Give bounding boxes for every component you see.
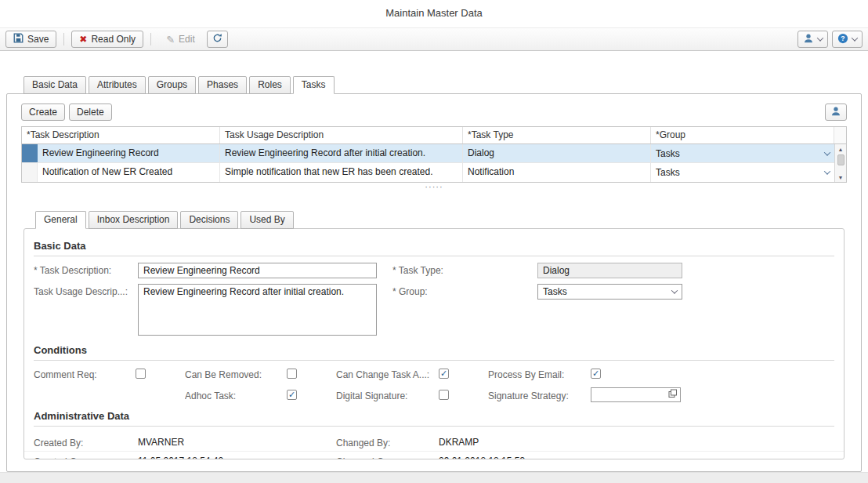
row-selector[interactable] xyxy=(22,163,38,182)
tab-basic-data[interactable]: Basic Data xyxy=(24,76,86,94)
tasks-table: *Task Description Task Usage Description… xyxy=(21,126,847,183)
tab-general[interactable]: General xyxy=(35,211,86,229)
basic-data-form: * Task Description: * Task Type: Task Us… xyxy=(24,263,844,338)
tab-groups[interactable]: Groups xyxy=(148,76,196,94)
value-help-icon[interactable] xyxy=(668,389,678,401)
can-be-removed-checkbox[interactable] xyxy=(287,369,297,379)
save-button[interactable]: Save xyxy=(5,31,56,48)
personalize-button[interactable] xyxy=(825,104,847,121)
cell-task-type[interactable]: Dialog xyxy=(463,144,651,162)
table-row[interactable]: Review Engineering Record Review Enginee… xyxy=(22,144,834,163)
column-header-group[interactable]: *Group xyxy=(651,127,834,143)
can-be-removed-label: Can Be Removed: xyxy=(185,367,287,380)
refresh-button[interactable] xyxy=(207,31,228,48)
toolbar-separator xyxy=(63,33,64,45)
chevron-down-icon xyxy=(817,34,823,41)
edit-button-label: Edit xyxy=(179,34,195,45)
created-on-label: Created On: xyxy=(34,454,138,459)
tab-inbox-description[interactable]: Inbox Description xyxy=(89,211,179,229)
task-usage-label: Task Usage Descrip...: xyxy=(34,284,138,297)
page-title: Maintain Master Data xyxy=(0,0,868,27)
tab-used-by[interactable]: Used By xyxy=(241,211,293,229)
read-only-button[interactable]: ✖ Read Only xyxy=(71,31,143,48)
cell-task-usage-description[interactable]: Review Engineering Record after initial … xyxy=(220,144,463,162)
signature-strategy-input[interactable] xyxy=(591,387,681,402)
comment-req-label: Comment Req: xyxy=(34,367,136,380)
table-row[interactable]: Notification of New ER Created Simple no… xyxy=(22,163,834,182)
cell-group-value: Tasks xyxy=(656,148,680,159)
help-icon: ? xyxy=(837,33,848,46)
edit-button[interactable]: ✎ Edit xyxy=(158,31,203,48)
admin-row-on: Created On: 11.05.2017 18:54:42 Changed … xyxy=(24,452,844,459)
created-on-value: 11.05.2017 18:54:42 xyxy=(138,456,336,460)
group-field-wrap: Tasks xyxy=(537,284,844,300)
cell-task-description[interactable]: Review Engineering Record xyxy=(38,144,220,162)
cell-group-dropdown[interactable]: Tasks xyxy=(651,144,834,162)
scrollbar-track[interactable] xyxy=(835,154,846,172)
group-select[interactable]: Tasks xyxy=(537,284,682,300)
process-by-email-label: Process By Email: xyxy=(488,367,591,380)
chevron-down-icon xyxy=(852,34,858,41)
delete-button[interactable]: Delete xyxy=(69,104,112,121)
task-type-label: * Task Type: xyxy=(392,263,537,276)
tab-decisions[interactable]: Decisions xyxy=(180,211,238,229)
chevron-down-icon xyxy=(824,149,830,155)
table-scrollbar[interactable]: ▲ ▼ xyxy=(834,144,846,182)
main-toolbar: Save ✖ Read Only ✎ Edit xyxy=(0,27,868,51)
section-divider xyxy=(34,256,834,256)
tab-attributes[interactable]: Attributes xyxy=(89,76,146,94)
row-selector[interactable] xyxy=(22,144,38,162)
adhoc-task-checkbox[interactable]: ✓ xyxy=(287,390,297,400)
task-usage-textarea[interactable]: Review Engineering Record after initial … xyxy=(138,284,377,336)
general-form-panel: Basic Data * Task Description: * Task Ty… xyxy=(24,228,844,459)
group-select-value: Tasks xyxy=(543,286,567,297)
save-icon xyxy=(13,33,24,45)
section-title-conditions: Conditions xyxy=(34,344,834,356)
toolbar-right-group: ? xyxy=(797,31,863,48)
main-tab-strip: Basic Data Attributes Groups Phases Role… xyxy=(6,76,862,94)
save-button-label: Save xyxy=(27,34,49,45)
scrollbar-thumb[interactable] xyxy=(837,154,844,165)
column-header-task-usage-description[interactable]: Task Usage Description xyxy=(220,127,463,143)
splitter-handle[interactable]: ····· xyxy=(7,183,861,191)
column-header-task-description[interactable]: *Task Description xyxy=(22,127,220,143)
cell-task-type[interactable]: Notification xyxy=(463,163,651,182)
help-menu-button[interactable]: ? xyxy=(832,31,863,48)
create-button[interactable]: Create xyxy=(21,104,65,121)
digital-signature-checkbox[interactable] xyxy=(439,390,449,400)
tasks-panel: Create Delete *Task Description Task Usa… xyxy=(6,93,862,472)
tab-phases[interactable]: Phases xyxy=(198,76,247,94)
column-header-task-type[interactable]: *Task Type xyxy=(463,127,651,143)
cell-task-usage-description[interactable]: Simple notification that new ER has been… xyxy=(220,163,463,182)
signature-strategy-label: Signature Strategy: xyxy=(488,388,591,401)
task-description-input[interactable] xyxy=(138,263,377,278)
changed-by-value: DKRAMP xyxy=(439,437,844,448)
created-by-label: Created By: xyxy=(34,435,138,448)
read-only-button-label: Read Only xyxy=(91,34,136,45)
maintain-master-data-page: Maintain Master Data Save ✖ Read Only ✎ … xyxy=(0,0,868,483)
task-type-input[interactable] xyxy=(537,263,682,278)
table-header-row: *Task Description Task Usage Description… xyxy=(22,127,846,144)
empty-cell xyxy=(34,394,136,396)
tab-roles[interactable]: Roles xyxy=(249,76,291,94)
scroll-up-icon[interactable]: ▲ xyxy=(835,144,846,154)
scroll-down-icon[interactable]: ▼ xyxy=(835,172,846,182)
cell-task-description[interactable]: Notification of New ER Created xyxy=(38,163,220,182)
comment-req-checkbox[interactable] xyxy=(136,369,146,379)
created-by-value: MVARNER xyxy=(138,437,336,448)
task-description-label: * Task Description: xyxy=(34,263,138,276)
process-by-email-checkbox[interactable]: ✓ xyxy=(591,369,601,379)
changed-by-label: Changed By: xyxy=(336,435,439,448)
conditions-form: Comment Req: Can Be Removed: Can Change … xyxy=(24,367,844,402)
section-divider xyxy=(34,360,834,361)
chevron-down-icon xyxy=(671,287,678,293)
chevron-down-icon xyxy=(824,168,830,174)
toolbar-separator xyxy=(150,33,151,45)
can-change-task-checkbox[interactable]: ✓ xyxy=(439,369,449,379)
user-menu-button[interactable] xyxy=(797,31,828,48)
table-body: Review Engineering Record Review Enginee… xyxy=(22,144,846,182)
edit-pencil-icon: ✎ xyxy=(166,34,175,45)
changed-on-label: Changed On: xyxy=(336,454,439,459)
cell-group-dropdown[interactable]: Tasks xyxy=(651,163,834,182)
tab-tasks[interactable]: Tasks xyxy=(293,76,335,94)
